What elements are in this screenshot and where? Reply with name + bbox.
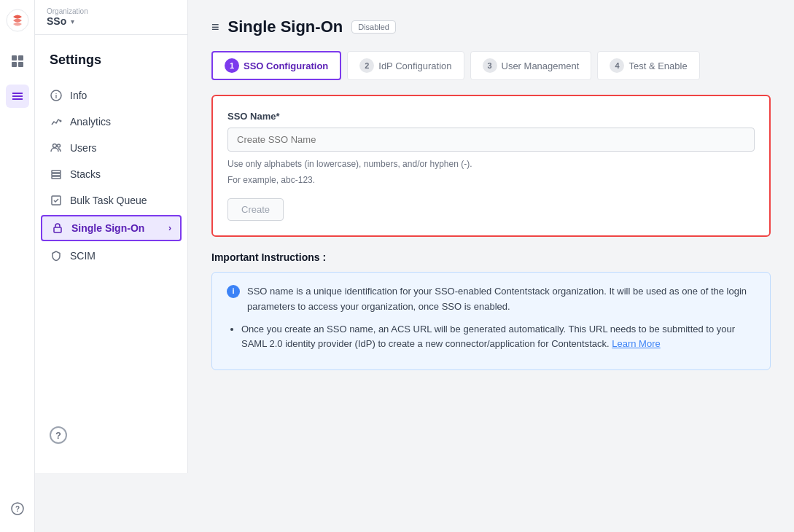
tab-label-user-mgmt: User Management — [502, 60, 580, 71]
org-name: SSo — [47, 15, 66, 27]
svg-rect-4 — [18, 62, 23, 67]
svg-rect-3 — [12, 62, 17, 67]
instruction-text-2-pre: Once you create an SSO name, an ACS URL … — [241, 324, 735, 350]
sidebar-item-stacks[interactable]: Stacks — [35, 161, 187, 187]
help-circle[interactable]: ? — [50, 426, 67, 444]
sso-config-box: SSO Name* Use only alphabets (in lowerca… — [211, 95, 771, 237]
sidebar-label-bulk-task-queue: Bulk Task Queue — [70, 195, 147, 206]
nav-icon-grid[interactable] — [6, 50, 29, 73]
info-circle-icon: i — [227, 285, 240, 298]
page-header: ≡ Single Sign-On Disabled — [211, 17, 771, 36]
svg-text:i: i — [55, 93, 58, 100]
tab-label-sso-config: SSO Configuration — [244, 60, 328, 71]
icon-bar: ? — [0, 0, 35, 532]
sidebar-label-info: Info — [70, 90, 87, 101]
instructions-title: Important Instructions : — [211, 251, 771, 263]
sso-name-label: SSO Name* — [227, 111, 755, 122]
svg-rect-2 — [18, 55, 23, 60]
svg-rect-14 — [52, 176, 61, 179]
tab-num-4: 4 — [610, 58, 624, 73]
tab-user-mgmt[interactable]: 3 User Management — [470, 51, 592, 80]
instruction-item-2: Once you create an SSO name, an ACS URL … — [241, 322, 755, 353]
nav-icon-layers[interactable] — [6, 85, 29, 108]
instructions-section: Important Instructions : i SSO name is a… — [211, 251, 771, 370]
instructions-list: Once you create an SSO name, an ACS URL … — [241, 322, 755, 353]
svg-point-10 — [53, 144, 57, 148]
analytics-icon — [50, 115, 63, 128]
instructions-box: i SSO name is a unique identification fo… — [211, 272, 771, 370]
tab-num-1: 1 — [225, 58, 239, 73]
tab-label-test-enable: Test & Enable — [628, 60, 687, 71]
sidebar-item-info[interactable]: i Info — [35, 82, 187, 109]
svg-point-9 — [60, 120, 62, 122]
menu-icon: ≡ — [211, 20, 219, 35]
instruction-text-1: SSO name is a unique identification for … — [247, 284, 755, 315]
sso-name-input[interactable] — [227, 128, 755, 152]
learn-more-link[interactable]: Learn More — [612, 338, 660, 349]
chevron-right-icon: › — [168, 223, 171, 233]
sidebar-label-users: Users — [70, 142, 97, 154]
status-badge: Disabled — [351, 20, 396, 34]
svg-text:?: ? — [15, 505, 19, 513]
sidebar-item-single-sign-on[interactable]: Single Sign-On › — [41, 215, 182, 241]
users-icon — [50, 141, 63, 154]
svg-point-11 — [58, 144, 61, 147]
stacks-icon — [50, 168, 63, 181]
help-button[interactable]: ? — [35, 415, 187, 455]
sso-name-hint-1: Use only alphabets (in lowercase), numbe… — [227, 157, 755, 171]
tab-sso-config[interactable]: 1 SSO Configuration — [211, 51, 341, 80]
sidebar-label-single-sign-on: Single Sign-On — [71, 222, 144, 234]
tabs: 1 SSO Configuration 2 IdP Configuration … — [211, 51, 771, 80]
sidebar-title: Settings — [35, 52, 187, 82]
sidebar-wrapper: Organization SSo ▾ Settings i Info — [35, 0, 188, 532]
org-dropdown-arrow: ▾ — [71, 17, 74, 26]
sidebar-item-users[interactable]: Users — [35, 135, 187, 161]
sidebar-label-stacks: Stacks — [70, 168, 101, 180]
sidebar-label-analytics: Analytics — [70, 116, 111, 128]
org-label: Organization — [47, 7, 176, 15]
sidebar-item-analytics[interactable]: Analytics — [35, 109, 187, 135]
instruction-row-1: i SSO name is a unique identification fo… — [227, 284, 755, 315]
sidebar-item-scim[interactable]: SCIM — [35, 243, 187, 269]
logo[interactable] — [6, 9, 29, 35]
sidebar-item-bulk-task-queue[interactable]: Bulk Task Queue — [35, 187, 187, 214]
svg-rect-1 — [12, 55, 17, 60]
svg-rect-16 — [54, 227, 61, 232]
shield-icon — [50, 249, 63, 262]
create-button[interactable]: Create — [227, 198, 284, 221]
svg-rect-13 — [52, 173, 61, 176]
main-content: ≡ Single Sign-On Disabled 1 SSO Configur… — [188, 0, 794, 532]
tab-num-3: 3 — [483, 58, 497, 73]
tasks-icon — [50, 194, 63, 207]
page-title: Single Sign-On — [228, 17, 343, 36]
tab-label-idp-config: IdP Configuration — [378, 60, 451, 71]
content-area: ≡ Single Sign-On Disabled 1 SSO Configur… — [188, 0, 794, 532]
svg-rect-12 — [52, 171, 61, 173]
info-icon: i — [50, 89, 63, 102]
tab-test-enable[interactable]: 4 Test & Enable — [597, 51, 699, 80]
sidebar: Settings i Info Analytics — [35, 35, 188, 473]
sidebar-label-scim: SCIM — [70, 250, 96, 262]
tab-idp-config[interactable]: 2 IdP Configuration — [347, 51, 464, 80]
nav-icon-help[interactable]: ? — [6, 497, 29, 520]
tab-num-2: 2 — [359, 58, 374, 73]
org-selector[interactable]: Organization SSo ▾ — [35, 0, 188, 35]
sso-name-hint-2: For example, abc-123. — [227, 173, 755, 187]
lock-icon — [51, 222, 64, 235]
